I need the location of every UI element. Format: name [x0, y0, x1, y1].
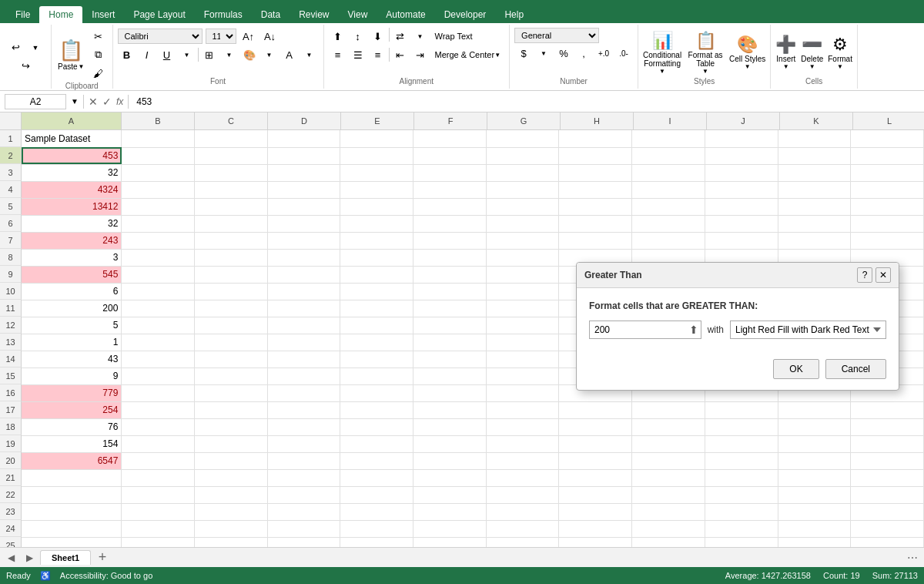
dialog-help-button[interactable]: ? [857, 267, 872, 283]
dialog-ok-button[interactable]: OK [773, 359, 819, 379]
dialog-overlay: Greater Than ? ✕ Format cells that are G… [0, 0, 924, 584]
dialog-title-bar: Greater Than ? ✕ [577, 263, 899, 288]
dialog-cancel-button[interactable]: Cancel [825, 359, 886, 379]
dialog-footer: OK Cancel [577, 351, 899, 390]
dialog-title: Greater Than [584, 270, 642, 280]
dialog-instruction: Format cells that are GREATER THAN: [589, 300, 886, 311]
dialog-body: Format cells that are GREATER THAN: ⬆ wi… [577, 288, 899, 351]
dialog-with-label: with [708, 324, 724, 335]
dialog-value-input[interactable] [589, 321, 701, 339]
dialog-input-expand-icon[interactable]: ⬆ [689, 324, 698, 336]
dialog-format-select[interactable]: Light Red Fill with Dark Red Text Yellow… [730, 321, 886, 339]
greater-than-dialog: Greater Than ? ✕ Format cells that are G… [576, 262, 899, 391]
dialog-close-button[interactable]: ✕ [875, 267, 891, 283]
dialog-form-row: ⬆ with Light Red Fill with Dark Red Text… [589, 321, 886, 339]
dialog-controls: ? ✕ [857, 267, 891, 283]
dialog-value-wrap: ⬆ [589, 321, 701, 339]
